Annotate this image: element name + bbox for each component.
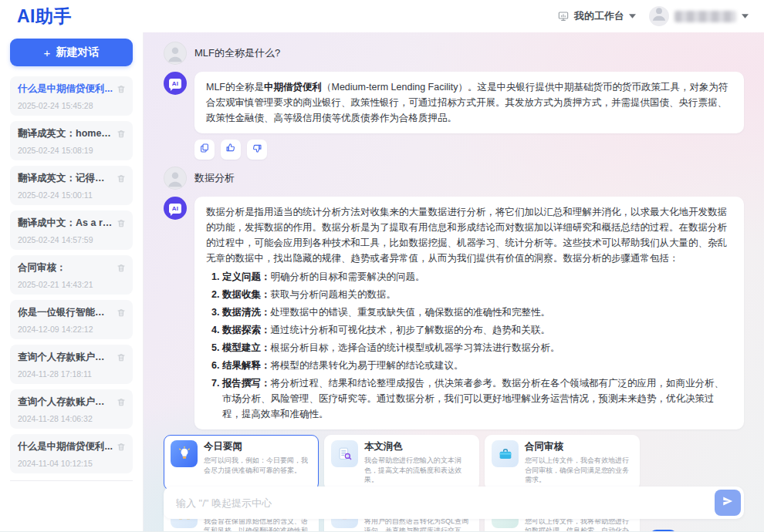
thumbs-up-icon [225, 143, 236, 157]
user-question: MLF的全称是什么? [194, 46, 280, 60]
card-desc: 您可以问我，例如：今日要闻，我会尽力提供准确和可靠的答案。 [204, 456, 312, 475]
username-redacted [674, 11, 736, 22]
conversation-item[interactable]: 合同审核： 2025-02-21 14:43:21 [10, 255, 133, 295]
conversation-time: 2025-02-24 14:57:59 [18, 235, 126, 244]
step-item: 数据清洗：处理数据中的错误、重复或缺失值，确保数据的准确性和完整性。 [222, 305, 732, 320]
knowledge-base-label: 知识库已启用 [684, 530, 744, 531]
step-term: 数据收集： [222, 289, 271, 300]
step-desc: 将分析过程、结果和结论整理成报告，供决策者参考。数据分析在各个领域都有广泛的应用… [222, 378, 724, 419]
sidebar: + 新建对话 什么是中期借贷便利... 2025-02-24 15:45:28 … [0, 32, 144, 531]
card-desc: 我会帮助您进行您输入的文本润色，提高文本的流畅度和表达效果。 [364, 456, 472, 485]
step-desc: 明确分析的目标和需要解决的问题。 [271, 271, 425, 282]
new-chat-button[interactable]: + 新建对话 [10, 39, 133, 66]
user-question: 数据分析 [194, 171, 235, 185]
workspace-menu[interactable]: 我的工作台 [557, 9, 636, 23]
lightbulb-icon [171, 440, 198, 467]
user-message: MLF的全称是什么? [164, 42, 744, 65]
conversation-title: 查询个人存款账户的最新... [18, 351, 113, 364]
user-avatar [164, 42, 187, 65]
step-term: 数据清洗： [222, 307, 271, 318]
conversation-time: 2025-02-24 15:08:19 [18, 146, 126, 155]
trash-icon[interactable] [117, 128, 126, 142]
step-item: 模型建立：根据分析目标，选择合适的统计模型或机器学习算法进行数据分析。 [222, 340, 732, 355]
step-term: 报告撰写： [222, 378, 271, 389]
message-input[interactable] [174, 497, 715, 510]
conversation-time: 2025-02-21 14:43:21 [18, 280, 126, 289]
conversation-item[interactable]: 翻译成英文：记得刚开始... 2025-02-24 15:00:11 [10, 166, 133, 205]
conversation-item[interactable]: 翻译成英文：home home 2025-02-24 15:08:19 [10, 121, 133, 160]
copy-icon [199, 143, 210, 157]
trash-icon[interactable] [117, 396, 126, 410]
conversation-list: 什么是中期借贷便利... 2025-02-24 15:45:28 翻译成英文：h… [10, 76, 133, 473]
toggle-on-icon [649, 530, 678, 531]
card-contract-review[interactable]: 合同审核 您可以上传文件，我会有效地进行合同审核，确保合同满足您的业务需求。 [485, 435, 640, 490]
step-term: 定义问题： [222, 271, 271, 282]
conversation-title: 合同审核： [18, 261, 113, 274]
ai-chat-bubble-icon: AI [169, 79, 181, 89]
conversation-time: 2024-11-28 17:18:11 [18, 369, 126, 379]
step-desc: 通过统计分析和可视化技术，初步了解数据的分布、趋势和关联。 [271, 325, 551, 335]
message-actions [194, 140, 744, 160]
polish-icon [331, 440, 358, 467]
conversation-item[interactable]: 翻译成中文：As a reader... 2025-02-24 14:57:59 [10, 210, 133, 250]
conversation-item[interactable]: 什么是中期借贷便利... 2025-02-24 15:45:28 [10, 76, 133, 116]
message-composer [164, 487, 744, 519]
trash-icon[interactable] [117, 173, 126, 187]
card-title: 本文润色 [364, 440, 472, 453]
chevron-down-icon [742, 14, 749, 19]
thumbs-down-button[interactable] [247, 140, 267, 160]
card-text-polish[interactable]: 本文润色 我会帮助您进行您输入的文本润色，提高文本的流畅度和表达效果。 [324, 435, 479, 490]
app-window: AI助手 我的工作台 [0, 0, 764, 532]
ai-message: AI 数据分析是指用适当的统计分析方法对收集来的大量数据进行分析，将它们加以汇总… [164, 197, 744, 429]
person-icon [649, 6, 669, 26]
trash-icon[interactable] [117, 441, 126, 455]
top-header: AI助手 我的工作台 [0, 0, 764, 32]
analysis-steps-list: 定义问题：明确分析的目标和需要解决的问题。 数据收集：获取与分析问题相关的数据。… [206, 269, 732, 422]
step-term: 数据探索： [222, 325, 271, 335]
conversation-item[interactable]: 查询个人存款账户的最新... 2024-11-28 17:18:11 [10, 345, 133, 384]
sidebar-divider [10, 480, 133, 481]
trash-icon[interactable] [117, 352, 126, 365]
conversation-title: 翻译成中文：As a reader... [18, 217, 113, 230]
knowledge-base-toggle[interactable]: 知识库已启用 [649, 530, 744, 531]
ai-avatar: AI [164, 197, 187, 220]
chat-main: MLF的全称是什么? AI MLF的全称是中期借贷便利（Medium-term … [144, 32, 764, 531]
conversation-item[interactable]: 你是一位银行智能客服，... 2024-12-09 14:22:12 [10, 300, 133, 339]
answer-text: MLF的全称是 [206, 82, 264, 93]
trash-icon[interactable] [117, 307, 126, 321]
step-desc: 获取与分析问题相关的数据。 [271, 289, 397, 300]
trash-icon[interactable] [117, 217, 126, 231]
conversation-title: 什么是中期借贷便利... [18, 440, 113, 453]
conversation-title: 翻译成英文：home home [18, 127, 113, 140]
header-right: 我的工作台 [557, 6, 749, 26]
card-title: 合同审核 [525, 440, 633, 453]
new-chat-label: 新建对话 [56, 45, 99, 59]
user-avatar [164, 167, 187, 190]
trash-icon[interactable] [117, 262, 126, 276]
conversation-title: 翻译成英文：记得刚开始... [18, 172, 113, 185]
avatar [649, 6, 669, 26]
conversation-time: 2024-12-09 14:22:12 [18, 325, 126, 334]
conversation-title: 你是一位银行智能客服，... [18, 306, 113, 319]
user-menu[interactable] [643, 6, 749, 26]
ai-chat-bubble-icon: AI [169, 204, 181, 214]
conversation-time: 2025-02-24 15:00:11 [18, 190, 126, 200]
card-title: 今日要闻 [204, 440, 312, 453]
user-message: 数据分析 [164, 167, 744, 190]
copy-button[interactable] [194, 140, 215, 160]
step-item: 结果解释：将模型的结果转化为易于理解的结论或建议。 [222, 358, 732, 373]
conversation-item[interactable]: 什么是中期借贷便利... 2024-11-04 10:12:15 [10, 434, 133, 473]
send-icon [722, 495, 734, 510]
card-today-news[interactable]: 今日要闻 您可以问我，例如：今日要闻，我会尽力提供准确和可靠的答案。 [164, 435, 319, 490]
plus-icon: + [44, 47, 51, 59]
step-item: 定义问题：明确分析的目标和需要解决的问题。 [222, 269, 732, 285]
conversation-title: 什么是中期借贷便利... [18, 82, 113, 96]
step-desc: 将模型的结果转化为易于理解的结论或建议。 [271, 360, 464, 371]
card-desc: 您可以上传文件，我会有效地进行合同审核，确保合同满足您的业务需求。 [525, 456, 633, 485]
send-button[interactable] [715, 490, 741, 516]
answer-intro: 数据分析是指用适当的统计分析方法对收集来的大量数据进行分析，将它们加以汇总和理解… [206, 207, 727, 264]
trash-icon[interactable] [117, 83, 126, 97]
step-term: 模型建立： [222, 342, 271, 353]
conversation-item[interactable]: 查询个人存款账户的最新... 2024-11-28 14:06:32 [10, 389, 133, 429]
thumbs-up-button[interactable] [221, 140, 241, 160]
